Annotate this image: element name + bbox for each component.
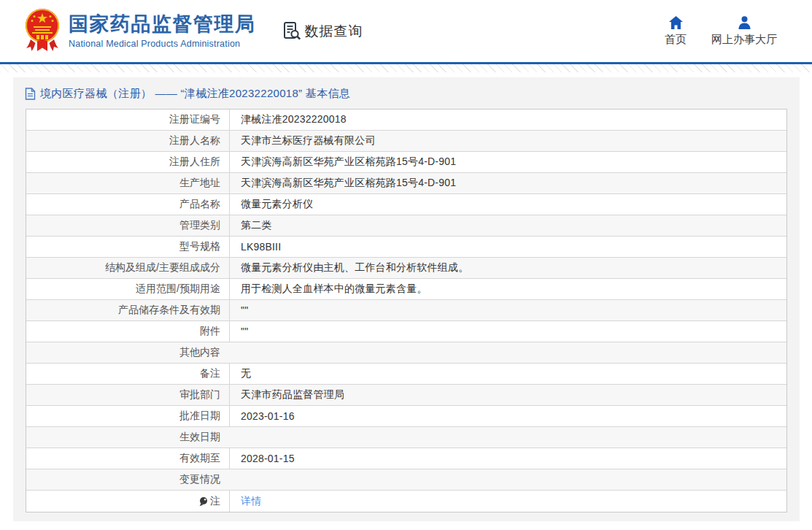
national-emblem-icon: [24, 7, 61, 55]
table-row: 批准日期 2023-01-16: [26, 406, 786, 427]
row-value-cell: 微量元素分析仪: [230, 194, 786, 215]
row-value-cell: [230, 342, 786, 363]
brand-name-cn: 国家药品监督管理局: [69, 13, 256, 36]
row-value: 天津市兰标医疗器械有限公司: [241, 134, 376, 147]
table-row: 审批部门 天津市药品监督管理局: [26, 385, 786, 406]
row-value-cell: [230, 469, 786, 490]
row-label-cell: 备注: [26, 364, 230, 384]
row-label: 产品储存条件及有效期: [118, 304, 220, 317]
row-value: 微量元素分析仪由主机、工作台和分析软件组成。: [241, 261, 468, 274]
row-value-cell: 津械注准20232220018: [230, 110, 786, 130]
row-value-cell: 第二类: [230, 215, 786, 236]
row-label: 生产地址: [179, 177, 220, 190]
row-label-cell: 适用范围/预期用途: [26, 279, 230, 299]
row-value: 详情: [241, 495, 261, 508]
document-icon: [25, 88, 36, 100]
table-row: 生效日期: [26, 427, 786, 448]
table-row: 管理类别 第二类: [26, 215, 786, 237]
table-row: 注册人住所 天津滨海高新区华苑产业区榕苑路15号4-D-901: [26, 152, 786, 173]
row-value-cell: 无: [230, 364, 786, 384]
site-header: 国家药品监督管理局 National Medical Products Admi…: [0, 0, 812, 62]
row-label: 附件: [200, 325, 220, 338]
table-row: 产品储存条件及有效期 "": [26, 300, 786, 321]
row-label: 注册证编号: [169, 113, 220, 126]
row-label: 生效日期: [179, 431, 220, 444]
row-label: 产品名称: [179, 198, 220, 211]
brand-name-en: National Medical Products Administration: [69, 39, 256, 49]
row-label: 注: [210, 495, 220, 508]
row-label: 变更情况: [179, 473, 220, 486]
row-value: 津械注准20232220018: [241, 113, 347, 126]
nav-item-service-hall[interactable]: 网上办事大厅: [711, 15, 777, 47]
row-value: "": [241, 304, 248, 316]
row-label-cell: 有效期至: [26, 448, 230, 469]
table-row: 注 详情: [26, 491, 786, 512]
row-value: 用于检测人全血样本中的微量元素含量。: [241, 283, 428, 296]
data-query-label: 数据查询: [305, 22, 363, 41]
row-label-cell: 产品储存条件及有效期: [26, 300, 230, 320]
row-label: 管理类别: [179, 219, 220, 232]
row-label: 适用范围/预期用途: [136, 283, 220, 296]
detail-link[interactable]: 详情: [241, 495, 261, 507]
note-bulb-icon: [198, 496, 208, 507]
row-value: LK98BIII: [241, 241, 281, 253]
row-label-cell: 注: [26, 491, 230, 512]
row-value-cell: 微量元素分析仪由主机、工作台和分析软件组成。: [230, 258, 786, 278]
table-row: 备注 无: [26, 364, 786, 385]
row-label-cell: 注册人名称: [26, 131, 230, 151]
row-label-cell: 注册人住所: [26, 152, 230, 172]
row-label: 审批部门: [179, 388, 220, 402]
row-value-cell: 天津市药品监督管理局: [230, 385, 786, 405]
row-value-cell: 详情: [230, 491, 786, 512]
row-label-cell: 产品名称: [26, 194, 230, 215]
row-value-cell: 2023-01-16: [230, 406, 786, 426]
row-label-cell: 审批部门: [26, 385, 230, 405]
row-value: "": [241, 326, 248, 337]
row-label: 注册人住所: [169, 155, 220, 169]
table-row: 产品名称 微量元素分析仪: [26, 194, 786, 215]
row-value: 2028-01-15: [241, 453, 295, 464]
row-value-cell: 天津市兰标医疗器械有限公司: [230, 131, 786, 151]
brand-block: 国家药品监督管理局 National Medical Products Admi…: [69, 13, 256, 48]
registration-info-table: 注册证编号 津械注准20232220018 注册人名称 天津市兰标医疗器械有限公…: [26, 109, 787, 512]
row-value-cell: 天津滨海高新区华苑产业区榕苑路15号4-D-901: [230, 152, 786, 172]
row-label: 结构及组成/主要组成成分: [105, 261, 220, 274]
table-row: 结构及组成/主要组成成分 微量元素分析仪由主机、工作台和分析软件组成。: [26, 258, 786, 279]
row-label-cell: 型号规格: [26, 237, 230, 257]
row-value-cell: [230, 427, 786, 448]
row-value-cell: 天津滨海高新区华苑产业区榕苑路15号4-D-901: [230, 173, 786, 193]
row-label: 其他内容: [179, 346, 220, 359]
table-row: 型号规格 LK98BIII: [26, 237, 786, 258]
nav-item-label: 首页: [665, 33, 687, 47]
table-row: 有效期至 2028-01-15: [26, 448, 786, 469]
row-value: 第二类: [241, 219, 272, 232]
row-value: 天津滨海高新区华苑产业区榕苑路15号4-D-901: [241, 177, 456, 190]
table-row: 注册证编号 津械注准20232220018: [26, 110, 786, 131]
page-title-bar: 境内医疗器械（注册） —— “津械注准20232220018” 基本信息: [13, 77, 800, 109]
nav-item-label: 网上办事大厅: [711, 33, 777, 47]
row-value-cell: "": [230, 321, 786, 342]
row-label-cell: 其他内容: [26, 342, 230, 363]
top-nav: 首页 网上办事大厅: [665, 15, 777, 47]
row-value: 天津滨海高新区华苑产业区榕苑路15号4-D-901: [241, 155, 456, 169]
data-query-section: 数据查询: [282, 21, 363, 41]
data-query-icon: [282, 21, 302, 41]
row-label-cell: 生效日期: [26, 427, 230, 448]
nav-item-home[interactable]: 首页: [665, 15, 687, 47]
row-value-cell: 用于检测人全血样本中的微量元素含量。: [230, 279, 786, 299]
row-label: 备注: [200, 367, 220, 380]
content-panel: 境内医疗器械（注册） —— “津械注准20232220018” 基本信息 注册证…: [13, 77, 800, 521]
row-label-cell: 生产地址: [26, 173, 230, 193]
table-row: 注册人名称 天津市兰标医疗器械有限公司: [26, 131, 786, 152]
table-row: 其他内容: [26, 342, 786, 364]
row-label-cell: 变更情况: [26, 469, 230, 490]
row-label: 有效期至: [179, 452, 220, 465]
row-label: 批准日期: [179, 410, 220, 423]
row-value: 2023-01-16: [241, 410, 295, 422]
nmpa-logo[interactable]: [24, 7, 61, 55]
row-value: 微量元素分析仪: [241, 198, 313, 211]
person-icon: [737, 15, 752, 30]
row-label-cell: 批准日期: [26, 406, 230, 426]
stripe-band: [0, 64, 812, 72]
row-label: 注册人名称: [169, 134, 220, 147]
